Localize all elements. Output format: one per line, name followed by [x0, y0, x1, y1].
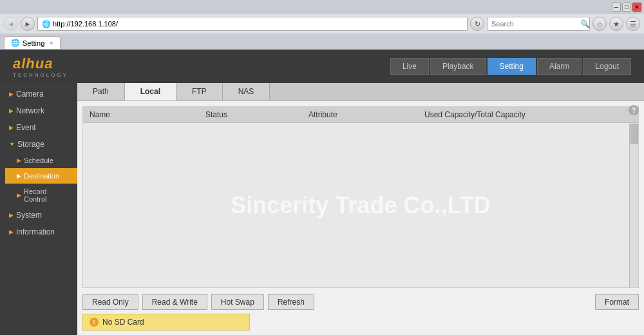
address-input[interactable]: [53, 20, 463, 28]
read-write-button[interactable]: Read & Write: [142, 294, 207, 310]
sidebar-item-storage[interactable]: ▼ Storage: [0, 136, 77, 153]
sidebar-sub-storage: ▶ Schedule ▶ Destination ▶ Record Contro…: [0, 153, 77, 207]
sidebar-item-label: Camera: [16, 90, 44, 99]
address-bar[interactable]: 🌐: [37, 17, 468, 31]
watermark: Sincerity Trade Co.,LTD: [231, 192, 490, 219]
search-bar[interactable]: 🔍: [487, 17, 590, 31]
star-button[interactable]: ★: [609, 17, 623, 31]
arrow-icon: ▶: [9, 229, 14, 235]
main-layout: ▶ Camera ▶ Network ▶ Event ▼ Storage ▶ S…: [0, 83, 644, 335]
table-header: Name Status Attribute Used Capacity/Tota…: [83, 107, 638, 123]
app-header: alhua TECHNOLOGY Live Playback Setting A…: [0, 50, 644, 83]
table-body: Sincerity Trade Co.,LTD: [83, 123, 638, 287]
sidebar-item-record-control[interactable]: ▶ Record Control: [5, 184, 77, 207]
nav-alarm[interactable]: Alarm: [537, 58, 582, 75]
sidebar-item-label: Record Control: [24, 187, 71, 203]
arrow-icon: ▶: [9, 108, 14, 114]
arrow-icon: ▶: [17, 173, 21, 179]
maximize-button[interactable]: □: [622, 3, 631, 12]
window-controls: ─ □ ✕: [612, 3, 641, 12]
back-button[interactable]: ◄: [4, 17, 18, 31]
sidebar-item-network[interactable]: ▶ Network: [0, 102, 77, 119]
favicon-icon: 🌐: [42, 20, 51, 28]
tab-close-button[interactable]: ×: [50, 40, 53, 46]
sidebar-item-label: Schedule: [24, 157, 53, 164]
sidebar-item-information[interactable]: ▶ Information: [0, 224, 77, 240]
hot-swap-button[interactable]: Hot Swap: [211, 294, 264, 310]
format-button[interactable]: Format: [595, 294, 639, 310]
tab-ftp[interactable]: FTP: [176, 83, 223, 100]
forward-button[interactable]: ►: [21, 17, 35, 31]
status-bar: ! No SD Card: [82, 314, 639, 330]
arrow-icon: ▶: [17, 192, 21, 198]
content-area: Path Local FTP NAS ? Name Status Attribu…: [77, 83, 644, 335]
sidebar-item-system[interactable]: ▶ System: [0, 207, 77, 224]
home-button[interactable]: ⌂: [592, 17, 607, 31]
status-text: No SD Card: [102, 318, 144, 327]
tab-local[interactable]: Local: [125, 83, 176, 100]
logo-subtitle: TECHNOLOGY: [13, 72, 68, 78]
nav-playback[interactable]: Playback: [430, 58, 486, 75]
menu-button[interactable]: ☰: [626, 17, 640, 31]
sidebar-item-event[interactable]: ▶ Event: [0, 119, 77, 136]
app-container: alhua TECHNOLOGY Live Playback Setting A…: [0, 50, 644, 335]
browser-titlebar: ─ □ ✕: [0, 0, 644, 14]
nav-setting[interactable]: Setting: [488, 58, 536, 75]
help-button[interactable]: ?: [629, 105, 639, 115]
sidebar-item-label: Event: [16, 123, 36, 132]
tab-label: Setting: [23, 39, 44, 47]
scrollbar-thumb[interactable]: [630, 124, 638, 144]
content-body: ? Name Status Attribute Used Capacity/To…: [77, 101, 644, 335]
col-name: Name: [83, 107, 199, 122]
storage-table: Name Status Attribute Used Capacity/Tota…: [82, 106, 639, 288]
tab-path[interactable]: Path: [77, 83, 125, 100]
col-status: Status: [199, 107, 302, 122]
search-icon: 🔍: [580, 19, 590, 28]
arrow-icon: ▼: [9, 141, 15, 148]
col-capacity: Used Capacity/Total Capacity: [418, 107, 638, 122]
refresh-button[interactable]: Refresh: [268, 294, 314, 310]
close-button[interactable]: ✕: [632, 3, 641, 12]
refresh-button[interactable]: ↻: [470, 17, 484, 31]
action-bar: Read Only Read & Write Hot Swap Refresh …: [77, 291, 644, 314]
read-only-button[interactable]: Read Only: [82, 294, 138, 310]
sidebar-item-label: Destination: [24, 172, 59, 180]
arrow-icon: ▶: [9, 91, 14, 97]
browser-chrome: ─ □ ✕ ◄ ► 🌐 ↻ 🔍 ⌂ ★ ☰ 🌐 Setting ×: [0, 0, 644, 50]
sidebar-item-schedule[interactable]: ▶ Schedule: [5, 153, 77, 168]
browser-toolbar: ◄ ► 🌐 ↻ 🔍 ⌂ ★ ☰: [0, 14, 644, 34]
content-tabs: Path Local FTP NAS: [77, 83, 644, 101]
sidebar-item-label: Network: [16, 106, 44, 115]
arrow-icon: ▶: [17, 157, 21, 164]
nav-live[interactable]: Live: [390, 58, 429, 75]
sidebar: ▶ Camera ▶ Network ▶ Event ▼ Storage ▶ S…: [0, 83, 77, 335]
arrow-icon: ▶: [9, 212, 14, 218]
warning-icon: !: [90, 318, 99, 327]
sidebar-item-label: Information: [16, 227, 55, 236]
nav-logout[interactable]: Logout: [583, 58, 631, 75]
header-nav: Live Playback Setting Alarm Logout: [390, 58, 631, 75]
scrollbar-track[interactable]: [629, 123, 638, 287]
col-attribute: Attribute: [302, 107, 418, 122]
tab-nas[interactable]: NAS: [223, 83, 270, 100]
tab-bar: 🌐 Setting ×: [0, 34, 644, 49]
logo-area: alhua TECHNOLOGY: [13, 55, 68, 78]
minimize-button[interactable]: ─: [612, 3, 621, 12]
search-input[interactable]: [491, 20, 580, 28]
sidebar-item-label: System: [16, 211, 42, 220]
status-message: ! No SD Card: [82, 314, 250, 330]
arrow-icon: ▶: [9, 124, 14, 131]
sidebar-item-label: Storage: [17, 140, 44, 149]
tab-favicon: 🌐: [11, 39, 20, 47]
sidebar-item-camera[interactable]: ▶ Camera: [0, 86, 77, 102]
sidebar-item-destination[interactable]: ▶ Destination: [5, 168, 77, 184]
logo-text: alhua: [13, 55, 68, 72]
browser-tab-setting[interactable]: 🌐 Setting ×: [4, 36, 61, 49]
